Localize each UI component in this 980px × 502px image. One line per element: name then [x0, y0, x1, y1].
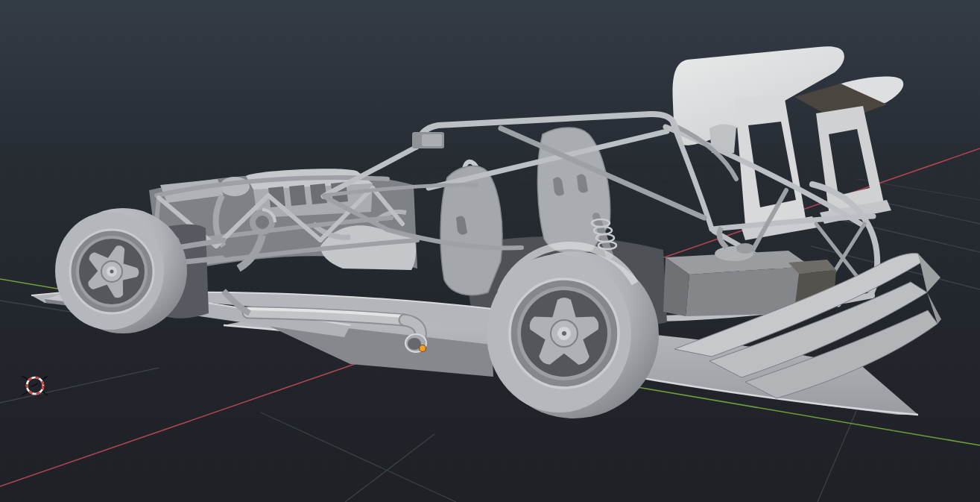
front-nut-center	[110, 270, 114, 274]
viewport-canvas[interactable]	[0, 0, 980, 502]
3d-viewport[interactable]	[0, 0, 980, 502]
front-wheel[interactable]	[55, 208, 187, 333]
rear-view-mirror[interactable]	[412, 132, 444, 148]
filler-cap	[736, 243, 754, 254]
intake-slat	[289, 185, 306, 206]
object-origin-point	[420, 345, 426, 352]
turbo-inlet	[256, 216, 269, 229]
rear-nut-center	[562, 331, 566, 336]
